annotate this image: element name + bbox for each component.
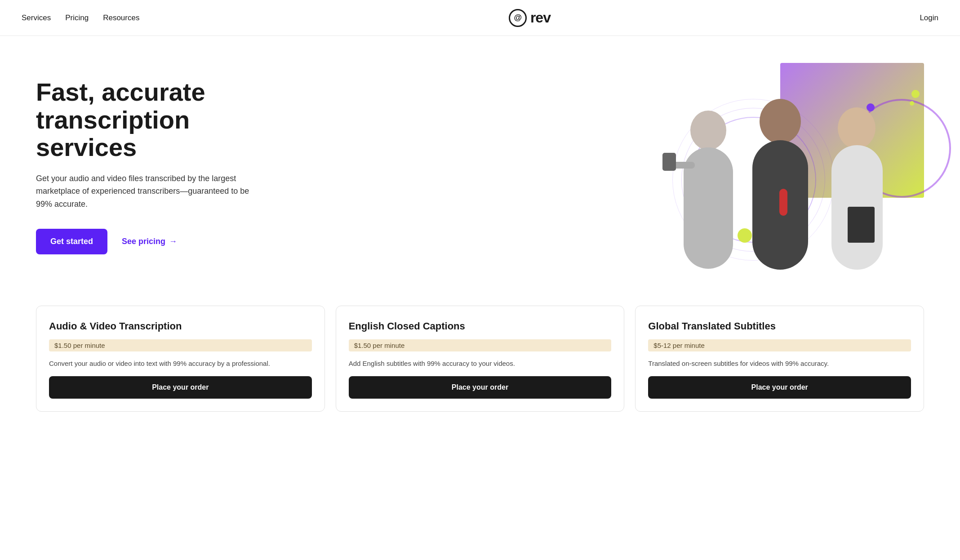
svg-rect-9 (848, 207, 875, 243)
hero-title: Fast, accurate transcription services (36, 78, 297, 161)
service-price-1: $1.50 per minute (49, 339, 312, 351)
service-card-captions: English Closed Captions $1.50 per minute… (336, 306, 625, 412)
service-desc-2: Add English subtitles with 99% accuracy … (349, 359, 612, 369)
login-link[interactable]: Login (920, 13, 938, 22)
service-card-subtitles: Global Translated Subtitles $5-12 per mi… (635, 306, 924, 412)
hero-description: Get your audio and video files transcrib… (36, 172, 261, 211)
get-started-button[interactable]: Get started (36, 229, 107, 254)
dot-yellow-large (738, 228, 752, 243)
service-desc-1: Convert your audio or video into text wi… (49, 359, 312, 369)
nav-services[interactable]: Services (22, 13, 51, 22)
service-title-3: Global Translated Subtitles (648, 320, 911, 332)
see-pricing-link[interactable]: See pricing → (122, 237, 177, 246)
logo[interactable]: @ rev (509, 9, 551, 27)
main-nav: Services Pricing Resources (22, 13, 139, 22)
service-title-2: English Closed Captions (349, 320, 612, 332)
service-desc-3: Translated on-screen subtitles for video… (648, 359, 911, 369)
service-card-transcription: Audio & Video Transcription $1.50 per mi… (36, 306, 325, 412)
see-pricing-label: See pricing (122, 237, 165, 246)
dot-yellow-small (911, 90, 920, 98)
header: Services Pricing Resources @ rev Login (0, 0, 960, 36)
hero-image (654, 63, 924, 270)
svg-point-0 (690, 111, 726, 150)
order-button-1[interactable]: Place your order (49, 376, 312, 399)
nav-resources[interactable]: Resources (103, 13, 139, 22)
order-button-2[interactable]: Place your order (349, 376, 612, 399)
logo-text: rev (530, 9, 551, 26)
hero-content: Fast, accurate transcription services Ge… (36, 78, 297, 254)
svg-rect-6 (779, 189, 787, 216)
svg-point-4 (760, 99, 801, 144)
service-price-3: $5-12 per minute (648, 339, 911, 351)
logo-icon: @ (509, 9, 527, 27)
hero-section: Fast, accurate transcription services Ge… (0, 36, 960, 297)
svg-point-7 (838, 107, 876, 149)
dot-purple (867, 103, 875, 111)
dot-yellow-tiny (910, 101, 914, 106)
order-button-3[interactable]: Place your order (648, 376, 911, 399)
service-title-1: Audio & Video Transcription (49, 320, 312, 332)
hero-actions: Get started See pricing → (36, 229, 297, 254)
services-section: Audio & Video Transcription $1.50 per mi… (0, 297, 960, 439)
arrow-icon: → (169, 237, 177, 246)
services-grid: Audio & Video Transcription $1.50 per mi… (36, 306, 924, 412)
service-price-2: $1.50 per minute (349, 339, 612, 351)
svg-rect-3 (662, 153, 676, 171)
people-illustration (654, 81, 915, 270)
nav-pricing[interactable]: Pricing (65, 13, 89, 22)
